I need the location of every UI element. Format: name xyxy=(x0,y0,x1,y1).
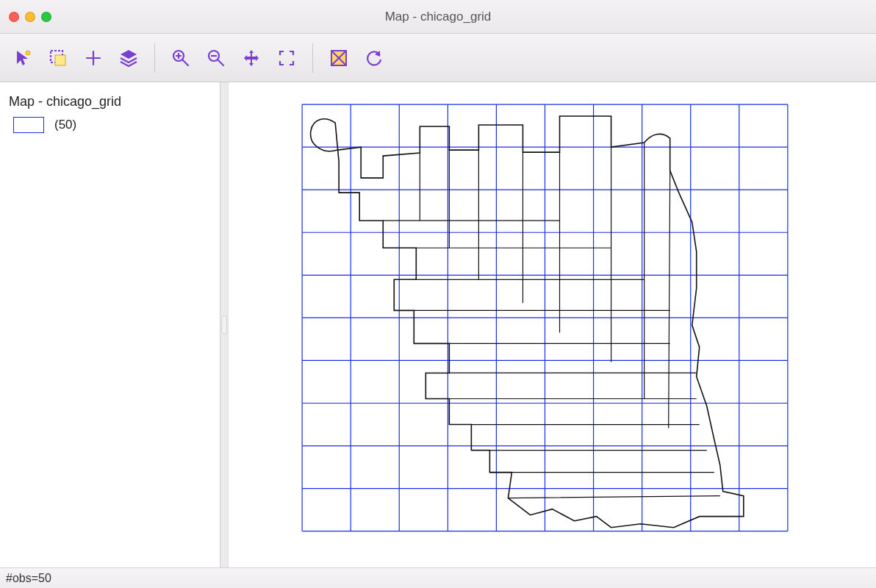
legend-title: Map - chicago_grid xyxy=(9,94,211,110)
select-tool-button[interactable] xyxy=(7,43,38,74)
invert-select-button[interactable] xyxy=(43,43,73,74)
zoom-out-icon xyxy=(206,48,226,68)
basemap-button[interactable] xyxy=(323,43,354,74)
zoom-in-icon xyxy=(170,48,191,68)
refresh-icon xyxy=(364,48,384,68)
add-layer-button[interactable] xyxy=(78,43,109,74)
plus-icon xyxy=(83,48,104,68)
chicago-boundary xyxy=(311,116,744,528)
window-title: Map - chicago_grid xyxy=(0,10,876,24)
map-canvas[interactable] xyxy=(229,82,876,568)
title-bar: Map - chicago_grid xyxy=(0,0,876,34)
splitter-grip-icon xyxy=(221,315,227,334)
minimize-window-button[interactable] xyxy=(25,12,35,22)
zoom-out-button[interactable] xyxy=(201,43,231,74)
legend-panel: Map - chicago_grid (50) xyxy=(0,82,220,567)
close-window-button[interactable] xyxy=(9,12,19,22)
status-bar: #obs=50 xyxy=(0,567,876,588)
toolbar-separator xyxy=(154,43,155,73)
invert-select-icon xyxy=(48,48,68,68)
legend-count-label: (50) xyxy=(54,118,76,132)
legend-item[interactable]: (50) xyxy=(9,117,211,133)
panel-splitter[interactable] xyxy=(220,82,228,567)
toolbar xyxy=(0,34,876,82)
grid-overlay xyxy=(302,104,788,531)
window-controls xyxy=(0,12,51,22)
zoom-window-button[interactable] xyxy=(41,12,51,22)
pan-icon xyxy=(241,48,262,68)
main-area: Map - chicago_grid (50) xyxy=(0,82,876,567)
refresh-button[interactable] xyxy=(359,43,389,74)
layers-icon xyxy=(118,48,139,68)
svg-rect-2 xyxy=(55,55,65,65)
select-arrow-icon xyxy=(12,48,33,68)
basemap-icon xyxy=(328,48,349,68)
full-extent-icon xyxy=(276,48,297,68)
pan-button[interactable] xyxy=(236,43,267,74)
svg-point-0 xyxy=(26,51,30,55)
layers-button[interactable] xyxy=(113,43,144,74)
zoom-in-button[interactable] xyxy=(165,43,196,74)
full-extent-button[interactable] xyxy=(271,43,302,74)
map-canvas-wrap xyxy=(228,82,876,567)
svg-line-6 xyxy=(218,60,223,65)
legend-swatch xyxy=(13,117,44,133)
status-obs-label: #obs=50 xyxy=(6,572,51,585)
toolbar-separator xyxy=(312,43,313,73)
svg-line-4 xyxy=(182,60,188,65)
